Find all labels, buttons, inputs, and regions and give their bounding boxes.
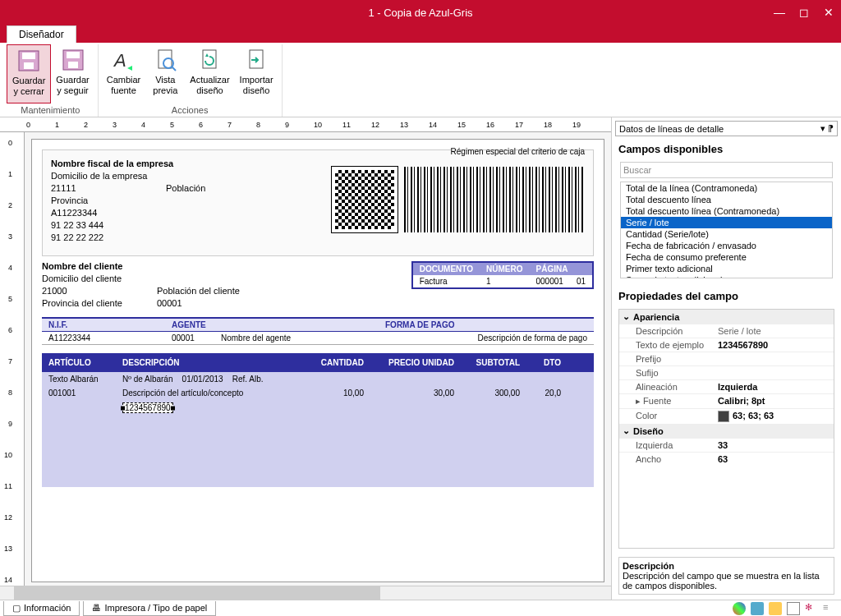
- tab-designer[interactable]: Diseñador: [7, 25, 76, 43]
- nif-header-row[interactable]: N.I.F. AGENTE FORMA DE PAGO: [42, 317, 594, 332]
- tab-row: Diseñador: [0, 25, 841, 43]
- status-tab-printer[interactable]: 🖶Impresora / Tipo de papel: [83, 601, 216, 616]
- change-font-button[interactable]: A Cambiar fuente: [102, 44, 146, 103]
- color-swatch: [718, 411, 729, 422]
- field-list-item[interactable]: Serie / lote: [621, 217, 832, 228]
- font-icon: A: [111, 47, 137, 73]
- company-address[interactable]: Domicilio de la empresa: [51, 171, 281, 181]
- save-continue-icon: [60, 47, 86, 73]
- preview-button[interactable]: Vista previa: [145, 44, 185, 103]
- client-name[interactable]: Nombre del cliente: [42, 261, 354, 271]
- company-block[interactable]: Régimen especial del criterio de caja No…: [42, 149, 594, 256]
- right-panel: Datos de líneas de detalle ▾ ⁋ Campos di…: [611, 117, 841, 600]
- design-canvas[interactable]: Régimen especial del criterio de caja No…: [25, 132, 611, 586]
- client-postal[interactable]: 21000: [42, 286, 157, 296]
- property-grid[interactable]: ⌄Apariencia DescripciónSerie / lote Text…: [618, 309, 834, 549]
- svg-rect-2: [24, 62, 34, 69]
- search-input[interactable]: Buscar: [620, 162, 833, 178]
- status-icon[interactable]: ≡: [823, 602, 836, 615]
- close-button[interactable]: ✕: [816, 0, 841, 25]
- client-address[interactable]: Domicilio del cliente: [42, 274, 354, 283]
- field-list-item[interactable]: Fecha de consumo preferente: [621, 251, 832, 263]
- statusbar: ▢Información 🖶Impresora / Tipo de papel …: [0, 600, 841, 616]
- maximize-button[interactable]: ◻: [792, 0, 816, 25]
- company-name[interactable]: Nombre fiscal de la empresa: [51, 159, 281, 168]
- document-surface[interactable]: Régimen especial del criterio de caja No…: [31, 139, 604, 582]
- data-source-dropdown[interactable]: Datos de líneas de detalle ▾ ⁋: [615, 121, 838, 136]
- field-list-item[interactable]: Total descuento línea (Contramoneda): [621, 205, 832, 217]
- chevron-down-icon: ▾ ⁋: [820, 123, 834, 134]
- status-icon[interactable]: [787, 602, 800, 615]
- vertical-ruler: for(let i=0;i<=14;i++){document.write('<…: [0, 132, 25, 586]
- horizontal-scrollbar[interactable]: [0, 586, 611, 600]
- company-phone[interactable]: 91 22 33 444: [51, 220, 281, 230]
- window-title: 1 - Copia de Azul-Gris: [368, 7, 472, 19]
- regimen-label[interactable]: Régimen especial del criterio de caja: [451, 147, 585, 156]
- barcode-placeholder[interactable]: [404, 167, 585, 232]
- field-list-item[interactable]: Segundo texto adicional: [621, 274, 832, 278]
- company-fax[interactable]: 91 22 22 222: [51, 232, 281, 242]
- field-list-item[interactable]: Cantidad (Serie/lote): [621, 228, 832, 240]
- svg-rect-5: [68, 62, 78, 68]
- client-city[interactable]: Población del cliente: [157, 286, 240, 296]
- field-list-item[interactable]: Total descuento línea: [621, 194, 832, 205]
- fields-list[interactable]: Total de la línea (Contramoneda)Total de…: [620, 182, 833, 278]
- ribbon-group-label: Acciones: [102, 103, 278, 117]
- save-close-button[interactable]: Guardar y cerrar: [7, 44, 51, 103]
- fields-title: Campos disponibles: [612, 140, 841, 159]
- client-doc-row: Nombre del cliente Domicilio del cliente…: [42, 261, 594, 310]
- group-appearance[interactable]: ⌄Apariencia: [619, 310, 834, 324]
- field-list-item[interactable]: Fecha de fabricación / envasado: [621, 240, 832, 251]
- minimize-button[interactable]: —: [767, 0, 792, 25]
- save-continue-button[interactable]: Guardar y seguir: [51, 44, 94, 103]
- printer-icon: 🖶: [92, 603, 101, 613]
- collapse-icon[interactable]: ⌄: [623, 425, 630, 436]
- status-tab-info[interactable]: ▢Información: [3, 601, 80, 616]
- items-body[interactable]: Texto Albarán Nº de Albarán 01/01/2013 R…: [42, 372, 594, 487]
- svg-line-9: [172, 67, 176, 71]
- field-list-item[interactable]: Primer texto adicional: [621, 263, 832, 274]
- company-city[interactable]: Población: [166, 183, 205, 193]
- status-icons: ✻ ≡: [733, 602, 841, 615]
- ribbon: Guardar y cerrar Guardar y seguir Manten…: [0, 43, 841, 117]
- status-icon[interactable]: ✻: [805, 602, 818, 615]
- svg-rect-1: [22, 53, 35, 59]
- props-title: Propiedades del campo: [612, 287, 841, 306]
- company-province[interactable]: Provincia: [51, 195, 281, 205]
- company-nif[interactable]: A11223344: [51, 208, 281, 218]
- import-design-button[interactable]: Importar diseño: [235, 44, 278, 103]
- group-design[interactable]: ⌄Diseño: [619, 424, 834, 438]
- svg-rect-4: [67, 52, 80, 58]
- update-design-button[interactable]: Actualizar diseño: [185, 44, 234, 103]
- refresh-icon: [196, 47, 223, 73]
- client-province[interactable]: Provincia del cliente: [42, 298, 157, 308]
- status-icon[interactable]: [751, 602, 764, 615]
- expand-icon[interactable]: ▸ Fuente: [636, 396, 718, 407]
- save-close-icon: [16, 48, 42, 74]
- selected-field-serie[interactable]: 1234567890: [122, 402, 173, 413]
- client-code[interactable]: 00001: [157, 298, 182, 308]
- company-postal[interactable]: 21111: [51, 183, 166, 193]
- nif-data-row[interactable]: A11223344 00001 Nombre del agente Descri…: [42, 332, 594, 345]
- import-icon: [243, 47, 269, 73]
- svg-text:A: A: [113, 50, 126, 71]
- hint-box: Descripción Descripción del campo que se…: [618, 557, 834, 595]
- status-icon[interactable]: [769, 602, 782, 615]
- collapse-icon[interactable]: ⌄: [623, 311, 630, 322]
- qr-code-placeholder[interactable]: [332, 167, 398, 232]
- preview-icon: [152, 47, 178, 73]
- field-list-item[interactable]: Total de la línea (Contramoneda): [621, 182, 832, 194]
- ribbon-group-label: Mantenimiento: [7, 103, 94, 117]
- items-header[interactable]: ARTÍCULO DESCRIPCIÓN CANTIDAD PRECIO UNI…: [42, 353, 594, 372]
- titlebar: 1 - Copia de Azul-Gris — ◻ ✕: [0, 0, 841, 25]
- status-icon[interactable]: [733, 602, 746, 615]
- info-icon: ▢: [12, 603, 21, 614]
- horizontal-ruler: for(let i=0;i<=19;i++){document.write('<…: [0, 117, 611, 132]
- doc-header-table[interactable]: DOCUMENTONÚMEROPÁGINA Factura100000101: [411, 261, 594, 289]
